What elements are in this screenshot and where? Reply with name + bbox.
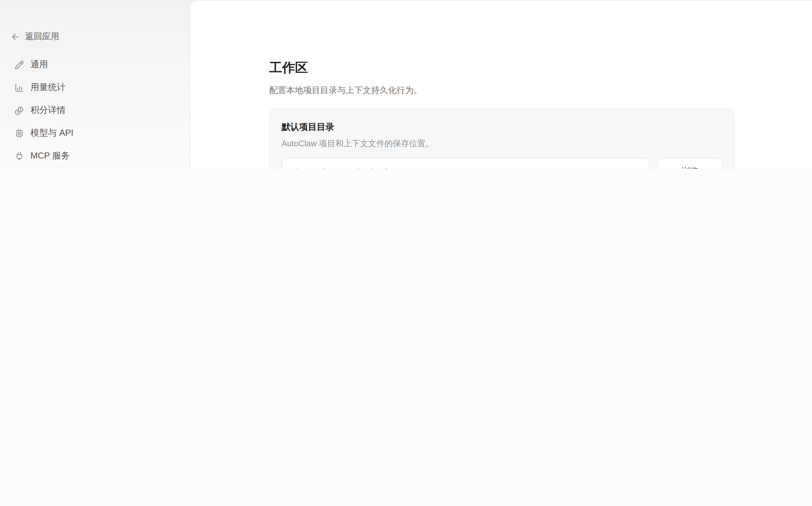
sidebar-item-label: 通用 [30,59,48,70]
arrow-left-icon [10,32,20,41]
page-subtitle: 配置本地项目目录与上下文持久化行为。 [269,84,735,96]
sidebar-item-label: 用量统计 [30,82,66,93]
coins-icon [15,106,24,115]
page-title: 工作区 [269,59,735,77]
sidebar-nav: 通用 用量统计 积分详情 模型与 API [7,55,181,169]
sidebar-item-label: MCP 服务 [30,150,70,161]
settings-window: 返回应用 通用 用量统计 积分详情 [0,0,812,169]
bar-chart-icon [15,83,24,92]
sidebar-item-label: 模型与 API [30,128,73,139]
project-directory-input[interactable] [282,158,650,169]
pencil-icon [15,60,24,69]
sidebar-item-models-api[interactable]: 模型与 API [7,123,181,143]
sidebar-item-usage-stats[interactable]: 用量统计 [7,77,181,98]
back-to-app-button[interactable]: 返回应用 [10,31,181,42]
chip-icon [15,129,24,138]
sidebar-item-credits[interactable]: 积分详情 [7,100,181,120]
sidebar-item-general[interactable]: 通用 [7,55,181,75]
sidebar-item-mcp-services[interactable]: MCP 服务 [7,146,181,166]
directory-card-title: 默认项目目录 [282,120,722,133]
sidebar-item-skills[interactable]: 技能 [7,168,181,169]
directory-card-description: AutoClaw 项目和上下文文件的保存位置。 [282,137,722,150]
sidebar-item-label: 积分详情 [30,105,66,116]
main-panel: 工作区 配置本地项目目录与上下文持久化行为。 默认项目目录 AutoClaw 项… [190,0,812,169]
browse-button[interactable]: 浏览 [657,158,722,169]
default-directory-card: 默认项目目录 AutoClaw 项目和上下文文件的保存位置。 浏览 [269,108,735,169]
plug-icon [15,151,24,161]
back-to-app-label: 返回应用 [25,31,59,42]
settings-sidebar: 返回应用 通用 用量统计 积分详情 [0,0,190,169]
